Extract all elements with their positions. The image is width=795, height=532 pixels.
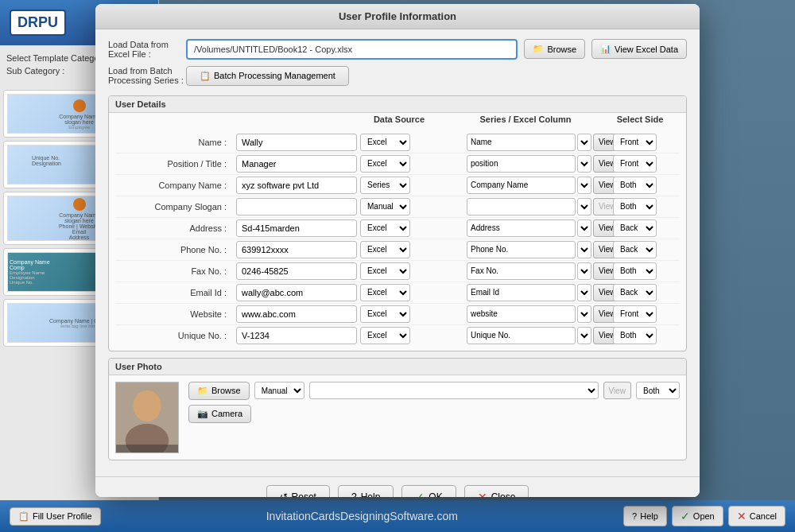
series-input-2[interactable] xyxy=(467,177,576,194)
ok-icon: ✓ xyxy=(415,491,425,497)
series-cell-7: ▾ View xyxy=(467,284,610,301)
series-input-4[interactable] xyxy=(467,219,576,237)
series-input-9[interactable] xyxy=(467,327,576,344)
field-value-2[interactable] xyxy=(236,177,357,194)
series-input-8[interactable] xyxy=(467,305,576,323)
field-value-0[interactable] xyxy=(236,134,357,151)
series-dropdown-3[interactable]: ▾ xyxy=(577,198,591,216)
field-value-5[interactable] xyxy=(236,241,357,258)
fill-user-profile-button[interactable]: 📋 Fill User Profile xyxy=(10,507,101,526)
series-dropdown-5[interactable]: ▾ xyxy=(577,241,591,258)
source-cell-4: Excel Series Manual xyxy=(360,219,463,237)
view-excel-label: View Excel Data xyxy=(615,45,678,54)
source-select-7[interactable]: Excel Series Manual xyxy=(360,284,410,301)
source-select-8[interactable]: Excel Series Manual xyxy=(360,305,410,323)
series-dropdown-2[interactable]: ▾ xyxy=(577,177,591,194)
source-cell-2: Excel Series Manual xyxy=(360,177,463,194)
side-select-1[interactable]: Front Back Both xyxy=(613,155,657,173)
photo-controls: 📁 Browse Manual Excel Series xyxy=(188,382,680,423)
ok-button[interactable]: ✓ OK xyxy=(401,485,456,497)
field-value-6[interactable] xyxy=(236,262,357,280)
series-input-7[interactable] xyxy=(467,284,576,301)
th-data-source: Data Source xyxy=(347,115,451,124)
reset-label: Reset xyxy=(292,491,316,497)
close-button[interactable]: ✕ Close xyxy=(464,485,529,497)
photo-series-select[interactable] xyxy=(309,382,599,399)
reset-button[interactable]: ↺ Reset xyxy=(266,485,330,497)
source-select-1[interactable]: Excel Series Manual xyxy=(360,155,410,173)
side-select-2[interactable]: Front Back Both xyxy=(613,177,657,194)
batch-processing-button[interactable]: 📋 Batch Processing Management xyxy=(186,66,349,86)
bottom-help-button[interactable]: ? Help xyxy=(623,506,667,526)
view-excel-button[interactable]: 📊 View Excel Data xyxy=(591,39,687,59)
photo-view-button[interactable]: View xyxy=(603,382,632,399)
ok-label: OK xyxy=(429,491,442,497)
photo-source-select[interactable]: Manual Excel Series xyxy=(254,382,304,399)
series-cell-4: ▾ View xyxy=(467,219,610,237)
file-path-display[interactable]: /Volumes/UNTITLED/Book12 - Copy.xlsx xyxy=(186,39,518,60)
side-cell-9: Front Back Both xyxy=(613,327,692,344)
source-select-0[interactable]: Excel Series Manual xyxy=(360,134,410,151)
side-select-3[interactable]: Front Back Both xyxy=(613,198,657,216)
side-cell-2: Front Back Both xyxy=(613,177,692,194)
source-select-6[interactable]: Excel Series Manual xyxy=(360,262,410,280)
photo-camera-button[interactable]: 📷 Camera xyxy=(188,405,251,423)
close-label: Close xyxy=(491,491,516,497)
field-value-4[interactable] xyxy=(236,219,357,237)
series-dropdown-4[interactable]: ▾ xyxy=(577,219,591,237)
fill-icon: 📋 xyxy=(18,511,29,522)
photo-browse-label: Browse xyxy=(211,386,241,395)
photo-browse-button[interactable]: 📁 Browse xyxy=(188,382,250,400)
bottom-help-label: Help xyxy=(640,511,658,521)
side-select-4[interactable]: Front Back Both xyxy=(613,219,657,237)
check-icon: ✓ xyxy=(681,510,690,522)
series-input-3[interactable] xyxy=(467,198,576,216)
series-input-0[interactable] xyxy=(467,134,576,151)
side-select-0[interactable]: Front Back Both xyxy=(613,134,657,151)
photo-camera-label: Camera xyxy=(211,409,242,418)
field-label-4: Address : xyxy=(122,223,233,233)
source-select-3[interactable]: Excel Series Manual xyxy=(360,198,410,216)
field-value-7[interactable] xyxy=(236,284,357,301)
help-button[interactable]: ? Help xyxy=(338,485,394,497)
series-dropdown-1[interactable]: ▾ xyxy=(577,155,591,173)
side-select-7[interactable]: Front Back Both xyxy=(613,284,657,301)
help-icon: ? xyxy=(632,511,637,521)
table-row: Company Slogan : Excel Series Manual ▾ V… xyxy=(115,196,680,218)
series-dropdown-7[interactable]: ▾ xyxy=(577,284,591,301)
side-select-9[interactable]: Front Back Both xyxy=(613,327,657,344)
batch-label: Load from BatchProcessing Series : xyxy=(108,66,180,85)
field-value-1[interactable] xyxy=(236,155,357,173)
side-select-6[interactable]: Front Back Both xyxy=(613,262,657,280)
th-value xyxy=(230,115,344,124)
series-input-1[interactable] xyxy=(467,155,576,173)
series-input-6[interactable] xyxy=(467,262,576,280)
source-select-5[interactable]: Excel Series Manual xyxy=(360,241,410,258)
series-input-5[interactable] xyxy=(467,241,576,258)
field-label-6: Fax No. : xyxy=(122,266,233,276)
batch-icon: 📋 xyxy=(200,71,211,81)
series-dropdown-0[interactable]: ▾ xyxy=(577,134,591,151)
source-select-9[interactable]: Excel Series Manual xyxy=(360,327,410,344)
modal-body: Load Data fromExcel File : /Volumes/UNTI… xyxy=(95,29,700,476)
field-label-5: Phone No. : xyxy=(122,245,233,254)
bottom-open-button[interactable]: ✓ Open xyxy=(672,506,723,526)
bottom-cancel-button[interactable]: ✕ Cancel xyxy=(728,506,785,526)
batch-processing-row: Load from BatchProcessing Series : 📋 Bat… xyxy=(108,66,687,86)
modal-dialog: User Profile Information Load Data fromE… xyxy=(95,4,700,497)
source-select-4[interactable]: Excel Series Manual xyxy=(360,219,410,237)
side-cell-5: Front Back Both xyxy=(613,241,692,258)
side-select-5[interactable]: Front Back Both xyxy=(613,241,657,258)
field-value-8[interactable] xyxy=(236,305,357,323)
side-select-8[interactable]: Front Back Both xyxy=(613,305,657,323)
series-dropdown-8[interactable]: ▾ xyxy=(577,305,591,323)
field-value-9[interactable] xyxy=(236,327,357,344)
series-dropdown-9[interactable]: ▾ xyxy=(577,327,591,344)
photo-side-select[interactable]: Both Front Back xyxy=(636,382,680,399)
source-select-2[interactable]: Excel Series Manual xyxy=(360,177,410,194)
series-dropdown-6[interactable]: ▾ xyxy=(577,262,591,280)
side-cell-8: Front Back Both xyxy=(613,305,692,323)
browse-excel-button[interactable]: 📁 Browse xyxy=(524,39,585,59)
field-value-3[interactable] xyxy=(236,198,357,216)
field-label-9: Unique No. : xyxy=(122,331,233,340)
